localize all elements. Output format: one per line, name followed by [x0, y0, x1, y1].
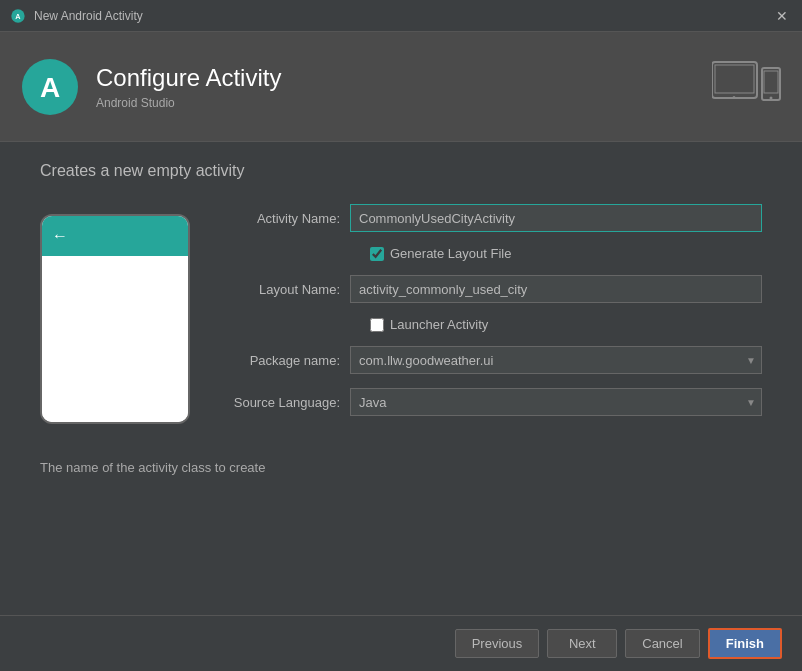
svg-text:A: A — [40, 72, 60, 103]
previous-button[interactable]: Previous — [455, 629, 540, 658]
dialog: A Configure Activity Android Studio Cre — [0, 32, 802, 671]
header-titles: Configure Activity Android Studio — [96, 64, 281, 110]
form-area: Activity Name: Generate Layout File Layo… — [220, 204, 762, 430]
generate-layout-checkbox[interactable] — [370, 247, 384, 261]
tablet-phone-icon — [712, 60, 782, 110]
header-left: A Configure Activity Android Studio — [20, 57, 281, 117]
android-logo: A — [20, 57, 80, 117]
close-button[interactable]: ✕ — [772, 6, 792, 26]
generate-layout-label[interactable]: Generate Layout File — [370, 246, 511, 261]
section-title: Creates a new empty activity — [40, 162, 762, 180]
generate-layout-text: Generate Layout File — [390, 246, 511, 261]
finish-button[interactable]: Finish — [708, 628, 782, 659]
package-name-row: Package name: com.llw.goodweather.ui ▼ — [220, 346, 762, 374]
dialog-subtitle: Android Studio — [96, 96, 281, 110]
phone-body — [42, 256, 188, 422]
activity-name-input[interactable] — [350, 204, 762, 232]
dialog-title: Configure Activity — [96, 64, 281, 92]
svg-point-9 — [770, 97, 773, 100]
layout-name-label: Layout Name: — [220, 282, 340, 297]
launcher-activity-label[interactable]: Launcher Activity — [370, 317, 488, 332]
dialog-content: Creates a new empty activity ← Activity … — [0, 142, 802, 615]
package-name-wrapper: com.llw.goodweather.ui ▼ — [350, 346, 762, 374]
title-bar: A New Android Activity ✕ — [0, 0, 802, 32]
android-studio-icon: A — [10, 8, 26, 24]
launcher-activity-row: Launcher Activity — [370, 317, 762, 332]
title-bar-text: New Android Activity — [34, 9, 143, 23]
layout-name-input[interactable] — [350, 275, 762, 303]
activity-name-row: Activity Name: — [220, 204, 762, 232]
dialog-header: A Configure Activity Android Studio — [0, 32, 802, 142]
source-language-wrapper: Java Kotlin ▼ — [350, 388, 762, 416]
package-name-select[interactable]: com.llw.goodweather.ui — [350, 346, 762, 374]
dialog-bottom: Previous Next Cancel Finish — [0, 615, 802, 671]
cancel-button[interactable]: Cancel — [625, 629, 699, 658]
source-language-label: Source Language: — [220, 395, 340, 410]
activity-name-label: Activity Name: — [220, 211, 340, 226]
source-language-select[interactable]: Java Kotlin — [350, 388, 762, 416]
svg-rect-7 — [762, 68, 780, 100]
source-language-row: Source Language: Java Kotlin ▼ — [220, 388, 762, 416]
package-name-label: Package name: — [220, 353, 340, 368]
svg-rect-8 — [764, 71, 778, 93]
phone-top-bar: ← — [42, 216, 188, 256]
svg-text:A: A — [15, 11, 21, 20]
svg-rect-5 — [715, 65, 754, 93]
launcher-activity-text: Launcher Activity — [390, 317, 488, 332]
back-arrow-icon: ← — [52, 227, 68, 245]
generate-layout-row: Generate Layout File — [370, 246, 762, 261]
launcher-activity-checkbox[interactable] — [370, 318, 384, 332]
main-area: ← Activity Name: Generate Layout File — [40, 204, 762, 430]
phone-mockup: ← — [40, 214, 190, 424]
svg-point-6 — [733, 96, 736, 99]
next-button[interactable]: Next — [547, 629, 617, 658]
layout-name-row: Layout Name: — [220, 275, 762, 303]
header-device-icons — [712, 60, 782, 113]
status-text: The name of the activity class to create — [40, 460, 762, 475]
